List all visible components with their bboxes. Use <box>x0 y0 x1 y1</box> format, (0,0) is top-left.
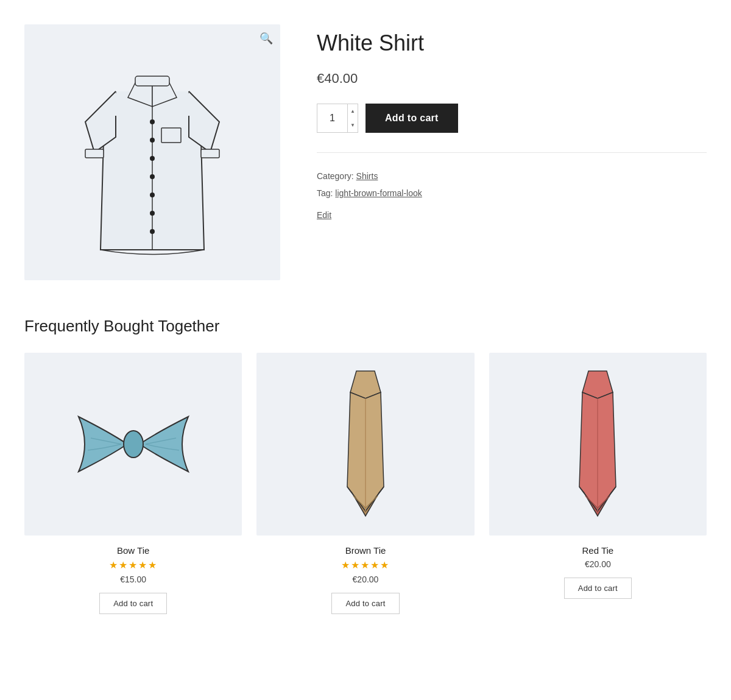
product-details: White Shirt €40.00 1 ▲ ▼ Add to cart Cat… <box>317 24 707 280</box>
fbt-grid: Bow Tie ★★★★★ €15.00 Add to cart <box>24 353 707 614</box>
product-title: White Shirt <box>317 30 707 56</box>
svg-point-5 <box>150 174 155 179</box>
product-price: €40.00 <box>317 71 707 87</box>
quantity-up-arrow[interactable]: ▲ <box>348 104 358 118</box>
tag-label: Tag: <box>317 188 333 198</box>
fbt-section: Frequently Bought Together <box>24 317 707 614</box>
fbt-card-red-tie: Red Tie €20.00 Add to cart <box>489 353 707 614</box>
zoom-icon[interactable]: 🔍 <box>260 32 273 45</box>
tag-link[interactable]: light-brown-formal-look <box>335 188 422 198</box>
edit-link[interactable]: Edit <box>317 207 707 224</box>
fbt-card-brown-tie: Brown Tie ★★★★★ €20.00 Add to cart <box>256 353 474 614</box>
fbt-title: Frequently Bought Together <box>24 317 707 336</box>
svg-point-12 <box>124 431 143 458</box>
quantity-wrapper: 1 ▲ ▼ <box>317 104 358 133</box>
fbt-add-btn-1[interactable]: Add to cart <box>331 593 399 614</box>
svg-point-7 <box>150 211 155 216</box>
svg-rect-0 <box>135 76 169 86</box>
fbt-price-0: €15.00 <box>120 574 146 584</box>
quantity-value: 1 <box>317 113 347 124</box>
brown-tie-image <box>335 365 396 523</box>
fbt-item-name-0: Bow Tie <box>117 545 149 556</box>
category-link[interactable]: Shirts <box>356 171 378 181</box>
fbt-image-box-red-tie <box>489 353 707 536</box>
fbt-image-box-bow-tie <box>24 353 242 536</box>
quantity-down-arrow[interactable]: ▼ <box>348 118 358 132</box>
fbt-add-btn-2[interactable]: Add to cart <box>564 578 632 599</box>
quantity-arrows: ▲ ▼ <box>347 104 358 132</box>
product-category: Category: Shirts <box>317 168 707 185</box>
fbt-stars-1: ★★★★★ <box>341 559 390 571</box>
bow-tie-image <box>72 405 194 484</box>
fbt-item-name-2: Red Tie <box>582 545 613 556</box>
product-meta: Category: Shirts Tag: light-brown-formal… <box>317 152 707 224</box>
svg-point-2 <box>150 119 155 124</box>
fbt-item-name-1: Brown Tie <box>345 545 386 556</box>
fbt-price-2: €20.00 <box>585 559 611 569</box>
svg-rect-10 <box>85 149 104 158</box>
svg-point-8 <box>150 229 155 234</box>
product-image <box>67 43 238 262</box>
category-label: Category: <box>317 171 354 181</box>
svg-point-4 <box>150 156 155 161</box>
fbt-image-box-brown-tie <box>256 353 474 536</box>
svg-point-6 <box>150 193 155 197</box>
fbt-add-btn-0[interactable]: Add to cart <box>99 593 167 614</box>
fbt-stars-0: ★★★★★ <box>109 559 158 571</box>
red-tie-image <box>567 365 628 523</box>
product-section: 🔍 <box>24 24 707 280</box>
add-to-cart-row: 1 ▲ ▼ Add to cart <box>317 104 707 133</box>
fbt-price-1: €20.00 <box>353 574 379 584</box>
product-image-wrapper: 🔍 <box>24 24 280 280</box>
svg-point-3 <box>150 138 155 143</box>
product-tag: Tag: light-brown-formal-look <box>317 185 707 202</box>
svg-rect-11 <box>201 149 219 158</box>
fbt-card-bow-tie: Bow Tie ★★★★★ €15.00 Add to cart <box>24 353 242 614</box>
add-to-cart-button[interactable]: Add to cart <box>366 104 458 133</box>
